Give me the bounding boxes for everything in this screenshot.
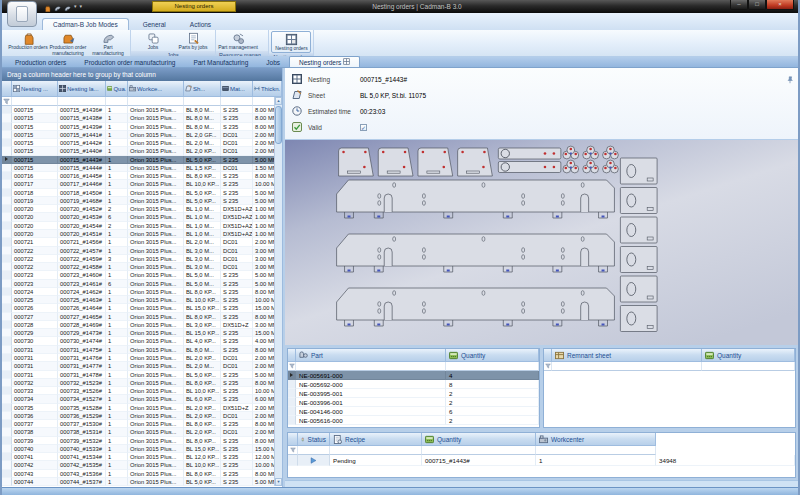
table-filter-corner[interactable]	[288, 446, 298, 455]
grid-scrollbar[interactable]: ▲ ▼	[274, 97, 282, 486]
grid-row[interactable]: 000728000728_#1469#1Orion 3015 Plus...BL…	[2, 321, 282, 329]
grid-column-header-qua[interactable]: Qua...	[106, 81, 128, 97]
table-row[interactable]: NE-003995-0012	[288, 389, 539, 398]
grid-row[interactable]: 000723000723_#1460#1Orion 3015 Plus...BL…	[2, 271, 282, 279]
grid-row[interactable]: 000715000715_#1441#1Orion 3015 Plus...BL…	[2, 131, 282, 139]
grid-row[interactable]: 000722000722_#1457#1Orion 3015 Plus...BL…	[2, 247, 282, 255]
table-filter-cell[interactable]	[298, 446, 330, 455]
grid-row[interactable]: 000727000727_#1465#1Orion 3015 Plus...BL…	[2, 313, 282, 321]
grid-row[interactable]: 000719000719_#1468#1Orion 3015 Plus...BL…	[2, 197, 282, 205]
grid-row[interactable]: 000742000742_#1535#1Orion 3015 Plus...BL…	[2, 461, 282, 469]
grid-filter-corner[interactable]	[2, 97, 12, 106]
grid-row[interactable]: 000738000738_#1531#1Orion 3015 Plus...BL…	[2, 428, 282, 436]
minimize-button[interactable]: –	[730, 0, 748, 10]
table-filter-corner[interactable]	[544, 362, 552, 371]
grid-row[interactable]: 000725000725_#1463#1Orion 3015 Plus...BL…	[2, 296, 282, 304]
grid-row[interactable]: 000744000744_#1537#1Orion 3015 Plus...BL…	[2, 478, 282, 486]
grid-row[interactable]: 000739000739_#1532#1Orion 3015 Plus...BL…	[2, 437, 282, 445]
grid-filter-cell[interactable]	[184, 97, 221, 106]
table-filter-cell[interactable]	[422, 446, 536, 455]
doc-tab-production-order-manufacturing[interactable]: Production order manufacturing	[75, 58, 184, 67]
table-column-header-status[interactable]: Status	[298, 433, 330, 446]
grid-row[interactable]: 000718000718_#1450#1Orion 3015 Plus...BL…	[2, 189, 282, 197]
grid-filter-cell[interactable]	[128, 97, 184, 106]
table-column-header-quantity[interactable]: Quantity	[446, 349, 539, 362]
ribbon-tab-actions[interactable]: Actions	[180, 19, 221, 30]
grid-row[interactable]: 000729000729_#1473#1Orion 3015 Plus...BL…	[2, 329, 282, 337]
grid-row[interactable]: 000720000720_#1451#1Orion 3015 Plus...BL…	[2, 230, 282, 238]
doc-tab-production-orders[interactable]: Production orders	[6, 58, 75, 67]
table-filter-cell[interactable]	[536, 446, 656, 455]
grid-row[interactable]: 000715000715_#1444#1Orion 3015 Plus...BL…	[2, 164, 282, 172]
grid-row[interactable]: 000732000732_#1523#1Orion 3015 Plus...BL…	[2, 379, 282, 387]
table-filter-cell[interactable]	[702, 362, 795, 371]
ribbon-button-production-order-manufacturing[interactable]: Production order manufacturing	[48, 31, 88, 56]
grid-row[interactable]: 000731000731_#1477#1Orion 3015 Plus...BL…	[2, 362, 282, 370]
ribbon-tab-cadman-b-job-modes[interactable]: Cadman-B Job Modes	[42, 18, 129, 30]
grid-column-header-nesting[interactable]: Nesting ...	[12, 81, 58, 97]
ribbon-button-jobs[interactable]: Jobs	[133, 31, 173, 51]
grid-row[interactable]: 000715000715_#1442#1Orion 3015 Plus...BL…	[2, 139, 282, 147]
table-row[interactable]: NE-005616-0002	[288, 416, 539, 425]
grid-row[interactable]: 000720000720_#1452#2Orion 3015 Plus...BL…	[2, 205, 282, 213]
grid-row[interactable]: 000715000715_#1440#1Orion 3015 Plus...BL…	[2, 147, 282, 155]
table-column-header-recipe[interactable]: Recipe	[330, 433, 422, 446]
table-filter-cell[interactable]	[552, 362, 702, 371]
grid-row[interactable]: 000717000717_#1446#1Orion 3015 Plus...BL…	[2, 180, 282, 188]
grid-row[interactable]: 000720000720_#1453#6Orion 3015 Plus...BL…	[2, 213, 282, 221]
grid-row[interactable]: 000726000726_#1464#1Orion 3015 Plus...BL…	[2, 304, 282, 312]
grid-row[interactable]: 000740000740_#1533#1Orion 3015 Plus...BL…	[2, 445, 282, 453]
grid-column-header-mat[interactable]: Mat...	[221, 81, 253, 97]
grid-row[interactable]: 000743000743_#1536#1Orion 3015 Plus...BL…	[2, 470, 282, 478]
table-row[interactable]: NE-005692-0008	[288, 380, 539, 389]
grid-row[interactable]: 000731000731_#1475#1Orion 3015 Plus...BL…	[2, 346, 282, 354]
valid-checkbox[interactable]: ✓	[360, 124, 367, 131]
grid-row[interactable]: 000722000722_#1458#1Orion 3015 Plus...BL…	[2, 263, 282, 271]
qat-save-icon[interactable]	[44, 0, 51, 16]
table-filter-cell[interactable]	[330, 446, 422, 455]
table-column-header-quantity[interactable]: Quantity	[422, 433, 536, 446]
doc-tab-nesting-orders[interactable]: Nesting orders	[289, 56, 360, 67]
maximize-button[interactable]: □	[748, 0, 766, 10]
qat-customize-icon[interactable]: ▾	[80, 4, 83, 9]
grid-filter-cell[interactable]	[106, 97, 128, 106]
grid-row[interactable]: 000741000741_#1534#1Orion 3015 Plus...BL…	[2, 453, 282, 461]
grid-filter-cell[interactable]	[58, 97, 106, 106]
table-row[interactable]: Pending000715_#1443#134948	[288, 455, 795, 466]
doc-tab-jobs[interactable]: Jobs	[257, 58, 289, 67]
table-row[interactable]: NE-003996-0012	[288, 398, 539, 407]
grid-row[interactable]: 000731000731_#1478#1Orion 3015 Plus...BL…	[2, 371, 282, 379]
grid-row[interactable]: 000722000722_#1459#3Orion 3015 Plus...BL…	[2, 255, 282, 263]
grid-filter-cell[interactable]	[221, 97, 253, 106]
grid-column-header-nesting-la[interactable]: Nesting la...	[58, 81, 106, 97]
qat-undo-icon[interactable]	[54, 0, 61, 16]
grid-filter-cell[interactable]	[12, 97, 58, 106]
grid-row[interactable]: 000715000715_#1436#1Orion 3015 Plus...BL…	[2, 106, 282, 114]
grid-row[interactable]: 000737000737_#1530#1Orion 3015 Plus...BL…	[2, 420, 282, 428]
grid-row[interactable]: 000724000724_#1462#1Orion 3015 Plus...BL…	[2, 288, 282, 296]
table-filter-cell[interactable]	[296, 362, 446, 371]
scroll-down-icon[interactable]: ▼	[275, 478, 282, 486]
scrollbar-thumb[interactable]	[275, 106, 282, 144]
ribbon-button-part-manufacturing[interactable]: Part manufacturing	[88, 31, 128, 56]
grid-column-header-sh[interactable]: Sh...	[184, 81, 221, 97]
doc-tab-part-manufacturing[interactable]: Part Manufacturing	[184, 58, 257, 67]
table-column-header-remnant-sheet[interactable]: Remnant sheet	[552, 349, 702, 362]
grid-row[interactable]: 000736000736_#1529#1Orion 3015 Plus...BL…	[2, 412, 282, 420]
qat-redo-icon[interactable]	[64, 0, 71, 16]
ribbon-button-part-management[interactable]: Part management	[218, 31, 258, 51]
grid-row[interactable]: 000715000715_#1438#1Orion 3015 Plus...BL…	[2, 114, 282, 122]
table-column-header-workcenter[interactable]: Workcenter	[536, 433, 656, 446]
grid-row[interactable]: 000723000723_#1461#6Orion 3015 Plus...BL…	[2, 280, 282, 288]
grid-row[interactable]: 000716000716_#1445#1Orion 3015 Plus...BL…	[2, 172, 282, 180]
table-column-header-quantity[interactable]: Quantity	[702, 349, 795, 362]
grid-row[interactable]: 000731000731_#1476#1Orion 3015 Plus...BL…	[2, 354, 282, 362]
ribbon-button-production-orders[interactable]: Production orders	[8, 31, 48, 51]
grid-row[interactable]: 000715000715_#1439#1Orion 3015 Plus...BL…	[2, 123, 282, 131]
table-row[interactable]: NE-005691-0004	[288, 371, 539, 380]
grid-column-header-thickn[interactable]: Thickn...	[253, 81, 282, 97]
qat-dropdown-icon[interactable]: ▾	[74, 4, 77, 9]
pin-icon[interactable]	[786, 70, 794, 88]
grid-row[interactable]: 000715000715_#1443#1Orion 3015 Plus...BL…	[2, 156, 282, 164]
table-filter-corner[interactable]	[288, 362, 296, 371]
